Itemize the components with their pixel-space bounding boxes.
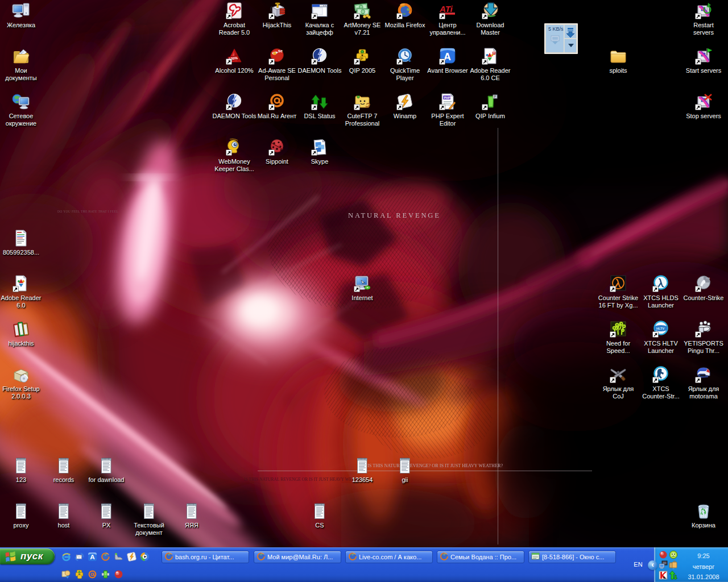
- svg-text:A: A: [90, 553, 95, 560]
- svg-text:NATURAL REVENGE: NATURAL REVENGE: [348, 211, 441, 219]
- svg-text:DO YOU FEEL THE HATE THAT I FE: DO YOU FEEL THE HATE THAT I FEEL: [57, 210, 118, 213]
- svg-text:5 KB/s: 5 KB/s: [548, 26, 564, 32]
